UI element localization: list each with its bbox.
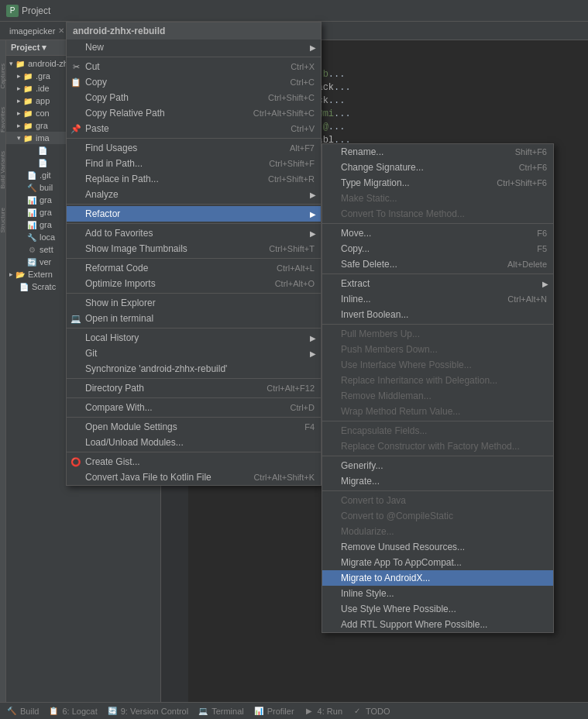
submenu-shortcut-rename: Shift+F6 [500,147,547,157]
tree-label-gra5: gra [40,220,52,229]
menu-label-convert-kotlin: Convert Java File to Kotlin File [85,472,211,483]
gra3-icon: 📊 [26,194,37,205]
submenu-item-change-sig[interactable]: Change Signature... Ctrl+F6 [322,160,553,175]
menu-item-add-favorites[interactable]: Add to Favorites ▶ [67,225,321,241]
menu-item-convert-kotlin[interactable]: Convert Java File to Kotlin File Ctrl+Al… [67,470,321,485]
submenu-item-migrate-appcompat[interactable]: Migrate App To AppCompat... [322,555,553,570]
menu-sep-11 [67,452,321,452]
submenu-item-replace-inheritance[interactable]: Replace Inheritance with Delegation... [322,373,553,388]
submenu-item-move[interactable]: Move... F6 [322,225,553,241]
menu-item-open-terminal[interactable]: 💻 Open in terminal [67,311,321,326]
submenu-item-add-rtl[interactable]: Add RTL Support Where Possible... [322,617,553,632]
menu-icon-cut: ✂ [70,61,81,72]
submenu-label-pull-members-up: Pull Members Up... [341,329,420,339]
status-item-build[interactable]: 🔨 Build [6,706,39,717]
menu-icon-create-gist: ⭕ [70,456,81,467]
submenu-item-migrate[interactable]: Migrate... [322,473,553,489]
submenu-item-use-style[interactable]: Use Style Where Possible... [322,601,553,617]
menu-item-git[interactable]: Git ▶ [67,346,321,361]
submenu-item-inline[interactable]: Inline... Ctrl+Alt+N [322,291,553,307]
terminal-status-icon: 💻 [198,706,208,717]
submenu-item-remove-unused[interactable]: Remove Unused Resources... [322,539,553,555]
submenu-item-generify[interactable]: Generify... [322,458,553,473]
submenu-item-copy[interactable]: Copy... F5 [322,241,553,256]
submenu-item-pull-members-up[interactable]: Pull Members Up... [322,326,553,342]
tab-imagepicker[interactable]: imagepicker ✕ [0,22,74,40]
submenu-item-encapsulate[interactable]: Encapsulate Fields... [322,423,553,439]
submenu-item-extract[interactable]: Extract ▶ [322,276,553,291]
submenu-label-copy: Copy... [341,243,370,254]
menu-item-copy[interactable]: 📋 Copy Ctrl+C [67,74,321,90]
submenu-item-inline-style[interactable]: Inline Style... [322,586,553,601]
menu-shortcut-convert-kotlin: Ctrl+Alt+Shift+K [238,473,315,482]
submenu-item-make-static[interactable]: Make Static... [322,191,553,206]
tab-imagepicker-label: imagepicker [9,26,55,36]
menu-shortcut-compare-with: Ctrl+D [275,403,315,412]
build-icon: 🔨 [26,182,37,193]
menu-icon-optimize-imports [70,278,81,289]
tree-label-sett: sett [40,245,53,254]
profiler-icon: 📊 [253,706,264,717]
menu-item-compare-with[interactable]: Compare With... Ctrl+D [67,400,321,415]
submenu-item-convert-java[interactable]: Convert to Java [322,493,553,508]
menu-item-module-settings[interactable]: Open Module Settings F4 [67,419,321,435]
folder-icon-gra2: 📁 [22,120,33,131]
menu-label-directory-path: Directory Path [85,383,144,394]
menu-item-find-in-path[interactable]: Find in Path... Ctrl+Shift+F [67,156,321,171]
submenu-icon-convert-instance [326,208,337,219]
menu-item-refactor[interactable]: Refactor ▶ [67,206,321,222]
status-item-logcat[interactable]: 📋 6: Logcat [48,706,97,717]
tree-arrow-ima: ▾ [17,134,21,142]
menu-item-analyze[interactable]: Analyze ▶ [67,187,321,202]
menu-item-paste[interactable]: 📌 Paste Ctrl+V [67,121,321,136]
submenu-item-rename[interactable]: Rename... Shift+F6 [322,144,553,160]
submenu-item-convert-compile-static[interactable]: Convert to @CompileStatic [322,508,553,524]
menu-icon-directory-path [70,383,81,394]
menu-item-cut[interactable]: ✂ Cut Ctrl+X [67,59,321,74]
submenu-item-remove-middleman[interactable]: Remove Middleman... [322,388,553,404]
status-item-run[interactable]: ▶ 4: Run [304,706,342,717]
submenu-item-modularize[interactable]: Modularize... [322,524,553,539]
menu-item-replace-in-path[interactable]: Replace in Path... Ctrl+Shift+R [67,171,321,187]
submenu-item-wrap-method[interactable]: Wrap Method Return Value... [322,404,553,419]
menu-sep-10 [67,417,321,418]
menu-item-reformat[interactable]: Reformat Code Ctrl+Alt+L [67,260,321,276]
menu-item-optimize-imports[interactable]: Optimize Imports Ctrl+Alt+O [67,276,321,291]
submenu-item-type-migration[interactable]: Type Migration... Ctrl+Shift+F6 [322,175,553,191]
submenu-item-replace-constructor[interactable]: Replace Constructor with Factory Method.… [322,439,553,454]
submenu-icon-make-static [326,193,337,204]
ver-icon: 🔄 [26,256,37,267]
menu-item-copy-path[interactable]: Copy Path Ctrl+Shift+C [67,90,321,105]
menu-label-local-history: Local History [85,332,139,343]
submenu-icon-invert-boolean [326,309,337,320]
build-icon: 🔨 [6,706,17,717]
tree-label-build: buil [40,183,53,192]
sett-icon: ⚙ [26,244,37,255]
submenu-icon-change-sig [326,162,337,173]
submenu-item-migrate-androidx[interactable]: Migrate to AndroidX... [322,570,553,586]
submenu-icon-type-migration [326,177,337,188]
status-label-profiler: Profiler [267,707,294,716]
status-item-profiler[interactable]: 📊 Profiler [253,706,294,717]
submenu-label-remove-middleman: Remove Middleman... [341,390,432,401]
tab-imagepicker-close[interactable]: ✕ [58,26,64,35]
menu-item-directory-path[interactable]: Directory Path Ctrl+Alt+F12 [67,380,321,396]
status-item-todo[interactable]: ✓ TODO [352,706,390,717]
menu-item-synchronize[interactable]: Synchronize 'android-zhhx-rebuild' [67,361,321,377]
submenu-item-invert-boolean[interactable]: Invert Boolean... [322,307,553,322]
submenu-item-use-interface[interactable]: Use Interface Where Possible... [322,357,553,373]
submenu-item-safe-delete[interactable]: Safe Delete... Alt+Delete [322,256,553,272]
submenu-item-push-members-down[interactable]: Push Members Down... [322,342,553,357]
status-item-version-control[interactable]: 🔄 9: Version Control [107,706,188,717]
menu-item-create-gist[interactable]: ⭕ Create Gist... [67,454,321,470]
submenu-item-convert-instance[interactable]: Convert To Instance Method... [322,206,553,222]
status-item-terminal[interactable]: 💻 Terminal [198,706,244,717]
menu-shortcut-find-in-path: Ctrl+Shift+F [253,159,315,168]
menu-item-find-usages[interactable]: Find Usages Alt+F7 [67,140,321,156]
menu-item-show-explorer[interactable]: Show in Explorer [67,295,321,311]
menu-item-copy-relative[interactable]: Copy Relative Path Ctrl+Alt+Shift+C [67,105,321,121]
menu-item-show-thumbnails[interactable]: Show Image Thumbnails Ctrl+Shift+T [67,241,321,256]
menu-item-new[interactable]: New ▶ [67,40,321,55]
menu-item-local-history[interactable]: Local History ▶ [67,330,321,346]
menu-item-load-unload[interactable]: Load/Unload Modules... [67,435,321,450]
